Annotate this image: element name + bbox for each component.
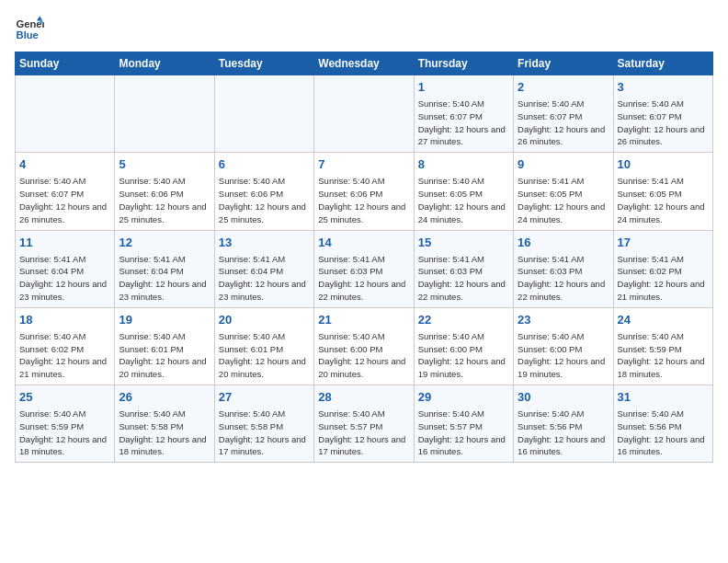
day-content: Sunrise: 5:41 AM Sunset: 6:05 PM Dayligh… <box>518 175 609 225</box>
calendar-cell: 27Sunrise: 5:40 AM Sunset: 5:58 PM Dayli… <box>214 385 313 463</box>
day-number: 27 <box>219 389 310 406</box>
calendar-cell: 25Sunrise: 5:40 AM Sunset: 5:59 PM Dayli… <box>16 385 115 463</box>
day-content: Sunrise: 5:40 AM Sunset: 6:00 PM Dayligh… <box>318 330 409 381</box>
header-day-tuesday: Tuesday <box>214 52 313 75</box>
day-content: Sunrise: 5:40 AM Sunset: 6:05 PM Dayligh… <box>418 175 509 225</box>
day-content: Sunrise: 5:40 AM Sunset: 6:07 PM Dayligh… <box>418 98 509 148</box>
calendar-cell: 12Sunrise: 5:41 AM Sunset: 6:04 PM Dayli… <box>115 230 214 307</box>
calendar-week-row: 1Sunrise: 5:40 AM Sunset: 6:07 PM Daylig… <box>16 75 713 153</box>
calendar-cell: 31Sunrise: 5:40 AM Sunset: 5:56 PM Dayli… <box>613 385 712 463</box>
day-number: 17 <box>618 235 709 251</box>
day-number: 1 <box>418 79 509 96</box>
calendar-week-row: 25Sunrise: 5:40 AM Sunset: 5:59 PM Dayli… <box>16 385 713 463</box>
calendar-cell: 16Sunrise: 5:41 AM Sunset: 6:03 PM Dayli… <box>514 230 613 307</box>
calendar-cell: 6Sunrise: 5:40 AM Sunset: 6:06 PM Daylig… <box>214 153 313 230</box>
svg-text:Blue: Blue <box>17 29 39 40</box>
day-content: Sunrise: 5:40 AM Sunset: 5:56 PM Dayligh… <box>518 408 609 458</box>
day-number: 26 <box>119 389 210 406</box>
logo: General Blue <box>15 15 44 44</box>
calendar-cell: 23Sunrise: 5:40 AM Sunset: 6:00 PM Dayli… <box>514 307 613 385</box>
day-content: Sunrise: 5:40 AM Sunset: 5:58 PM Dayligh… <box>219 408 310 458</box>
calendar-cell: 11Sunrise: 5:41 AM Sunset: 6:04 PM Dayli… <box>16 230 115 307</box>
day-number: 24 <box>618 312 709 328</box>
calendar-cell: 30Sunrise: 5:40 AM Sunset: 5:56 PM Dayli… <box>514 385 613 463</box>
calendar-week-row: 11Sunrise: 5:41 AM Sunset: 6:04 PM Dayli… <box>16 230 713 307</box>
calendar-cell: 9Sunrise: 5:41 AM Sunset: 6:05 PM Daylig… <box>514 153 613 230</box>
calendar-week-row: 18Sunrise: 5:40 AM Sunset: 6:02 PM Dayli… <box>16 307 713 385</box>
day-number: 14 <box>318 235 409 251</box>
calendar-cell: 21Sunrise: 5:40 AM Sunset: 6:00 PM Dayli… <box>314 307 414 385</box>
calendar-cell: 29Sunrise: 5:40 AM Sunset: 5:57 PM Dayli… <box>414 385 513 463</box>
day-content: Sunrise: 5:41 AM Sunset: 6:04 PM Dayligh… <box>119 253 210 304</box>
day-content: Sunrise: 5:41 AM Sunset: 6:03 PM Dayligh… <box>318 253 409 304</box>
calendar-cell: 28Sunrise: 5:40 AM Sunset: 5:57 PM Dayli… <box>314 385 414 463</box>
day-content: Sunrise: 5:41 AM Sunset: 6:03 PM Dayligh… <box>418 253 509 304</box>
header-day-saturday: Saturday <box>613 52 712 75</box>
day-number: 3 <box>618 79 709 96</box>
header-row: SundayMondayTuesdayWednesdayThursdayFrid… <box>16 52 713 75</box>
day-number: 2 <box>518 79 609 96</box>
day-content: Sunrise: 5:40 AM Sunset: 6:07 PM Dayligh… <box>19 175 110 225</box>
calendar-cell <box>16 75 115 153</box>
day-number: 15 <box>418 235 509 251</box>
calendar-cell: 2Sunrise: 5:40 AM Sunset: 6:07 PM Daylig… <box>514 75 613 153</box>
calendar-cell: 4Sunrise: 5:40 AM Sunset: 6:07 PM Daylig… <box>16 153 115 230</box>
day-number: 29 <box>418 389 509 406</box>
calendar-cell: 5Sunrise: 5:40 AM Sunset: 6:06 PM Daylig… <box>115 153 214 230</box>
day-content: Sunrise: 5:40 AM Sunset: 6:00 PM Dayligh… <box>418 330 509 381</box>
day-number: 22 <box>418 312 509 328</box>
calendar-cell: 3Sunrise: 5:40 AM Sunset: 6:07 PM Daylig… <box>613 75 712 153</box>
day-number: 6 <box>219 156 310 173</box>
calendar-cell: 1Sunrise: 5:40 AM Sunset: 6:07 PM Daylig… <box>414 75 513 153</box>
calendar-cell: 24Sunrise: 5:40 AM Sunset: 5:59 PM Dayli… <box>613 307 712 385</box>
day-number: 21 <box>318 312 409 328</box>
day-content: Sunrise: 5:41 AM Sunset: 6:05 PM Dayligh… <box>618 175 709 225</box>
day-number: 25 <box>19 389 110 406</box>
day-content: Sunrise: 5:40 AM Sunset: 5:57 PM Dayligh… <box>418 408 509 458</box>
calendar-week-row: 4Sunrise: 5:40 AM Sunset: 6:07 PM Daylig… <box>16 153 713 230</box>
calendar-cell: 15Sunrise: 5:41 AM Sunset: 6:03 PM Dayli… <box>414 230 513 307</box>
day-content: Sunrise: 5:40 AM Sunset: 5:57 PM Dayligh… <box>318 408 409 458</box>
calendar-cell <box>314 75 414 153</box>
calendar-cell: 13Sunrise: 5:41 AM Sunset: 6:04 PM Dayli… <box>214 230 313 307</box>
calendar-cell: 19Sunrise: 5:40 AM Sunset: 6:01 PM Dayli… <box>115 307 214 385</box>
day-content: Sunrise: 5:40 AM Sunset: 6:01 PM Dayligh… <box>219 330 310 381</box>
calendar-cell: 7Sunrise: 5:40 AM Sunset: 6:06 PM Daylig… <box>314 153 414 230</box>
calendar-body: 1Sunrise: 5:40 AM Sunset: 6:07 PM Daylig… <box>16 75 713 463</box>
day-number: 10 <box>618 156 709 173</box>
day-number: 20 <box>219 312 310 328</box>
day-number: 19 <box>119 312 210 328</box>
logo-icon: General Blue <box>15 15 44 44</box>
day-content: Sunrise: 5:41 AM Sunset: 6:03 PM Dayligh… <box>518 253 609 304</box>
calendar-cell <box>214 75 313 153</box>
day-number: 13 <box>219 235 310 251</box>
header-day-thursday: Thursday <box>414 52 513 75</box>
day-content: Sunrise: 5:40 AM Sunset: 5:58 PM Dayligh… <box>119 408 210 458</box>
calendar-cell: 10Sunrise: 5:41 AM Sunset: 6:05 PM Dayli… <box>613 153 712 230</box>
day-number: 30 <box>518 389 609 406</box>
day-content: Sunrise: 5:40 AM Sunset: 6:06 PM Dayligh… <box>219 175 310 225</box>
day-content: Sunrise: 5:40 AM Sunset: 6:07 PM Dayligh… <box>618 98 709 148</box>
header-day-wednesday: Wednesday <box>314 52 414 75</box>
day-content: Sunrise: 5:40 AM Sunset: 6:00 PM Dayligh… <box>518 330 609 381</box>
header-day-friday: Friday <box>514 52 613 75</box>
day-number: 9 <box>518 156 609 173</box>
calendar-cell: 26Sunrise: 5:40 AM Sunset: 5:58 PM Dayli… <box>115 385 214 463</box>
day-number: 31 <box>618 389 709 406</box>
day-number: 28 <box>318 389 409 406</box>
day-content: Sunrise: 5:40 AM Sunset: 5:56 PM Dayligh… <box>618 408 709 458</box>
calendar-cell: 20Sunrise: 5:40 AM Sunset: 6:01 PM Dayli… <box>214 307 313 385</box>
calendar-cell: 22Sunrise: 5:40 AM Sunset: 6:00 PM Dayli… <box>414 307 513 385</box>
header-day-sunday: Sunday <box>16 52 115 75</box>
calendar-cell: 14Sunrise: 5:41 AM Sunset: 6:03 PM Dayli… <box>314 230 414 307</box>
page-header: General Blue <box>15 15 713 44</box>
day-number: 7 <box>318 156 409 173</box>
day-number: 5 <box>119 156 210 173</box>
day-content: Sunrise: 5:40 AM Sunset: 6:02 PM Dayligh… <box>19 330 110 381</box>
day-number: 12 <box>119 235 210 251</box>
day-content: Sunrise: 5:41 AM Sunset: 6:04 PM Dayligh… <box>219 253 310 304</box>
day-content: Sunrise: 5:40 AM Sunset: 5:59 PM Dayligh… <box>618 330 709 381</box>
day-number: 8 <box>418 156 509 173</box>
day-number: 11 <box>19 235 110 251</box>
calendar-cell <box>115 75 214 153</box>
